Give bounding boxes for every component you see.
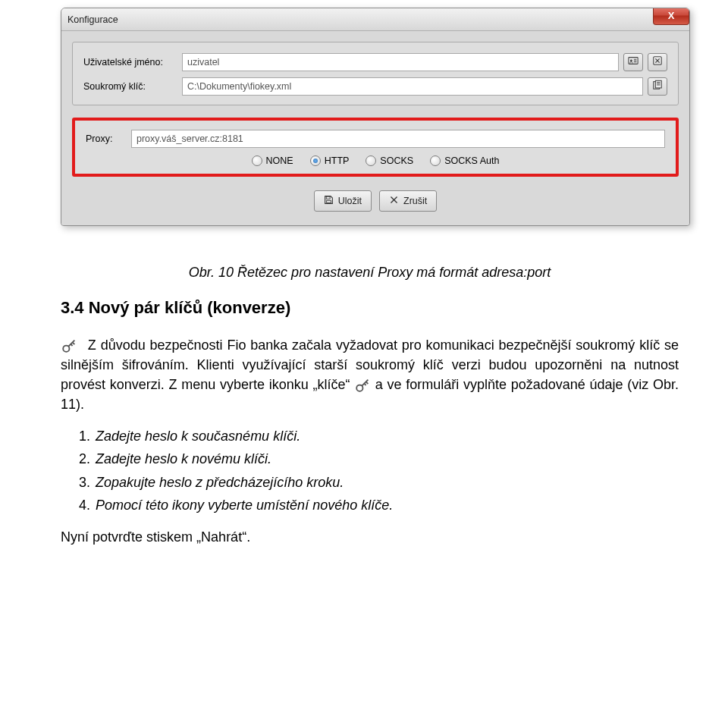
svg-line-19 (73, 343, 75, 345)
proxy-label: Proxy: (86, 133, 131, 144)
cancel-button-label: Zrušit (403, 196, 427, 206)
clear-user-button[interactable] (648, 53, 667, 71)
list-item: 4.Pomocí této ikony vyberte umístění nov… (79, 495, 679, 515)
private-key-input[interactable] (182, 77, 643, 96)
figure-caption: Obr. 10 Řetězec pro nastavení Proxy má f… (61, 262, 679, 282)
titlebar: Konfigurace X (61, 8, 689, 31)
svg-rect-14 (326, 200, 331, 203)
id-card-icon (628, 55, 639, 69)
file-browse-icon (652, 80, 663, 93)
svg-rect-13 (326, 196, 330, 199)
private-key-label: Soukromý klíč: (83, 81, 182, 92)
radio-icon (430, 155, 441, 166)
browse-key-button[interactable] (648, 77, 667, 96)
steps-list: 1.Zadejte heslo k současnému klíči. 2.Za… (79, 426, 679, 514)
list-item: 2.Zadejte heslo k novému klíči. (79, 449, 679, 469)
svg-rect-9 (655, 80, 661, 88)
close-button[interactable]: X (653, 8, 689, 25)
window-title: Konfigurace (67, 14, 118, 25)
radio-label: NONE (266, 155, 293, 166)
list-item: 3.Zopakujte heslo z předcházejícího krok… (79, 473, 679, 492)
closing-line: Nyní potvrďte stiskem „Nahrát“. (61, 527, 679, 547)
section-heading: 3.4 Nový pár klíčů (konverze) (61, 296, 679, 320)
radio-icon (310, 155, 321, 166)
document-body: Obr. 10 Řetězec pro nastavení Proxy má f… (8, 249, 720, 547)
username-input[interactable] (182, 53, 619, 71)
radio-label: SOCKS Auth (444, 155, 499, 166)
x-box-icon (652, 55, 663, 69)
save-button-label: Uložit (338, 196, 362, 206)
proxy-radio-socks[interactable]: SOCKS (366, 155, 413, 166)
svg-line-24 (364, 384, 366, 385)
username-label: Uživatelské jméno: (83, 57, 182, 68)
proxy-radio-socks-auth[interactable]: SOCKS Auth (430, 155, 499, 166)
cancel-button[interactable]: Zrušit (379, 190, 437, 212)
save-icon (324, 195, 334, 207)
radio-label: SOCKS (380, 155, 413, 166)
close-icon: X (668, 10, 675, 21)
svg-point-1 (630, 60, 632, 62)
paragraph-1: Z důvodu bezpečnosti Fio banka začala vy… (61, 335, 679, 414)
radio-label: HTTP (325, 155, 350, 166)
save-button[interactable]: Uložit (314, 190, 372, 212)
credentials-group: Uživatelské jméno: (72, 42, 679, 105)
proxy-group: Proxy: NONE HTTP (72, 118, 679, 177)
radio-icon (252, 155, 262, 166)
key-icon (61, 338, 77, 354)
proxy-radio-row: NONE HTTP SOCKS SOCKS Auth (86, 155, 665, 166)
list-item: 1.Zadejte heslo k současnému klíči. (79, 426, 679, 446)
cancel-icon (389, 195, 399, 207)
radio-icon (366, 155, 376, 166)
proxy-radio-none[interactable]: NONE (252, 155, 293, 166)
svg-line-23 (366, 382, 369, 385)
svg-line-20 (71, 344, 72, 346)
window-client: Uživatelské jméno: (61, 31, 689, 225)
proxy-radio-http[interactable]: HTTP (310, 155, 350, 166)
config-window: Konfigurace X Uživatelské jméno: (61, 8, 690, 226)
proxy-input[interactable] (131, 130, 665, 148)
key-icon (354, 377, 371, 394)
user-card-button[interactable] (623, 53, 643, 71)
